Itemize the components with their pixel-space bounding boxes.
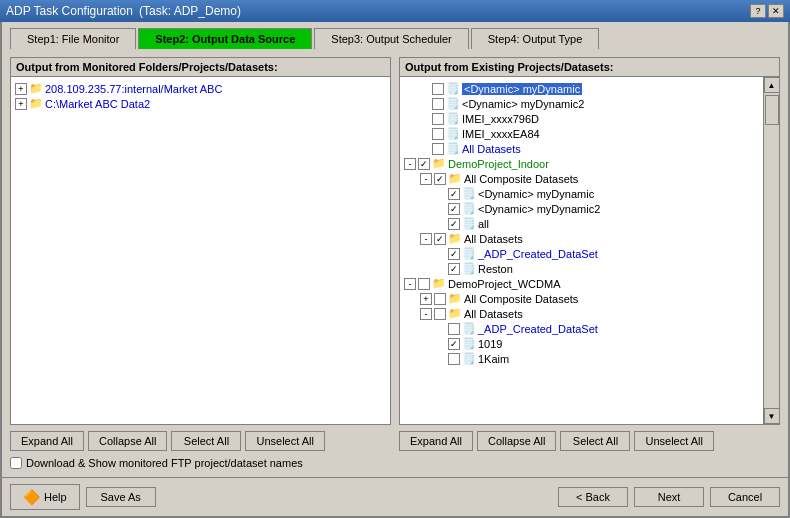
right-expand-all-button[interactable]: Expand All [399,431,473,451]
checkbox[interactable] [418,158,430,170]
save-as-button[interactable]: Save As [86,487,156,507]
checkbox[interactable] [434,308,446,320]
expand-icon[interactable]: - [420,173,432,185]
tab-step2[interactable]: Step2: Output Data Source [138,28,312,49]
task-subtitle: (Task: ADP_Demo) [139,4,241,18]
scroll-thumb[interactable] [765,95,779,125]
bottom-bar: 🔶 Help Save As < Back Next Cancel [2,477,788,516]
right-panel-content[interactable]: 🗒️ <Dynamic> myDynamic 🗒️ <Dynamic> myDy… [400,77,763,424]
right-panel: Output from Existing Projects/Datasets: … [399,57,780,425]
left-collapse-all-button[interactable]: Collapse All [88,431,167,451]
help-title-button[interactable]: ? [750,4,766,18]
list-item[interactable]: - 📁 All Datasets [404,306,759,321]
list-item[interactable]: + 📁 208.109.235.77:internal/Market ABC [15,81,386,96]
checkbox[interactable] [434,293,446,305]
expand-icon[interactable]: + [15,98,27,110]
tab-step1[interactable]: Step1: File Monitor [10,28,136,49]
list-item[interactable]: 🗒️ Reston [404,261,759,276]
list-item[interactable]: 🗒️ all [404,216,759,231]
left-button-row: Expand All Collapse All Select All Unsel… [10,431,391,451]
list-item[interactable]: 🗒️ <Dynamic> myDynamic [404,81,759,96]
scroll-down-button[interactable]: ▼ [764,408,780,424]
item-label: _ADP_Created_DataSet [478,248,598,260]
checkbox[interactable] [434,173,446,185]
folder-icon: 📁 [432,157,446,170]
list-item[interactable]: 🗒️ All Datasets [404,141,759,156]
item-label: 208.109.235.77:internal/Market ABC [45,83,222,95]
content-area: Output from Monitored Folders/Projects/D… [2,49,788,477]
item-label: <Dynamic> myDynamic [478,188,594,200]
item-icon: 🗒️ [462,322,476,335]
scrollbar[interactable]: ▲ ▼ [763,77,779,424]
checkbox[interactable] [432,113,444,125]
ftp-checkbox[interactable] [10,457,22,469]
next-button[interactable]: Next [634,487,704,507]
item-icon: 🗒️ [462,217,476,230]
list-item[interactable]: - 📁 DemoProject_Indoor [404,156,759,171]
list-item[interactable]: - 📁 DemoProject_WCDMA [404,276,759,291]
checkbox[interactable] [432,128,444,140]
help-button[interactable]: 🔶 Help [10,484,80,510]
item-icon: 🗒️ [462,202,476,215]
checkbox[interactable] [448,203,460,215]
checkbox[interactable] [448,188,460,200]
tab-step4[interactable]: Step4: Output Type [471,28,600,49]
checkbox[interactable] [432,98,444,110]
checkbox[interactable] [448,248,460,260]
list-item[interactable]: 🗒️ IMEI_xxxxEA84 [404,126,759,141]
right-collapse-all-button[interactable]: Collapse All [477,431,556,451]
list-item[interactable]: 🗒️ _ADP_Created_DataSet [404,321,759,336]
expand-icon[interactable]: - [420,308,432,320]
folder-icon: 📁 [448,292,462,305]
list-item[interactable]: - 📁 All Datasets [404,231,759,246]
item-label: All Datasets [464,233,523,245]
list-item[interactable]: 🗒️ <Dynamic> myDynamic [404,186,759,201]
scroll-up-button[interactable]: ▲ [764,77,780,93]
checkbox[interactable] [432,83,444,95]
checkbox[interactable] [448,218,460,230]
tab-step3[interactable]: Step3: Output Scheduler [314,28,468,49]
left-unselect-all-button[interactable]: Unselect All [245,431,324,451]
cancel-button[interactable]: Cancel [710,487,780,507]
checkbox[interactable] [448,338,460,350]
ftp-checkbox-label: Download & Show monitored FTP project/da… [26,457,303,469]
item-label: <Dynamic> myDynamic2 [478,203,600,215]
item-label: All Composite Datasets [464,173,578,185]
expand-icon[interactable]: - [420,233,432,245]
item-label: 1Kaim [478,353,509,365]
item-icon: 🗒️ [462,337,476,350]
checkbox[interactable] [432,143,444,155]
list-item[interactable]: - 📁 All Composite Datasets [404,171,759,186]
panels-row: Output from Monitored Folders/Projects/D… [10,57,780,425]
list-item[interactable]: 🗒️ 1Kaim [404,351,759,366]
checkbox[interactable] [418,278,430,290]
expand-icon[interactable]: - [404,158,416,170]
item-icon: 🗒️ [462,187,476,200]
right-button-row: Expand All Collapse All Select All Unsel… [399,431,780,451]
right-unselect-all-button[interactable]: Unselect All [634,431,713,451]
list-item[interactable]: 🗒️ _ADP_Created_DataSet [404,246,759,261]
list-item[interactable]: 🗒️ <Dynamic> myDynamic2 [404,96,759,111]
tab-bar: Step1: File Monitor Step2: Output Data S… [2,22,788,49]
back-button[interactable]: < Back [558,487,628,507]
list-item[interactable]: 🗒️ IMEI_xxxx796D [404,111,759,126]
item-icon: 🗒️ [446,97,460,110]
list-item[interactable]: 🗒️ <Dynamic> myDynamic2 [404,201,759,216]
checkbox[interactable] [448,263,460,275]
right-select-all-button[interactable]: Select All [560,431,630,451]
list-item[interactable]: 🗒️ 1019 [404,336,759,351]
checkbox[interactable] [448,353,460,365]
checkbox[interactable] [434,233,446,245]
close-title-button[interactable]: ✕ [768,4,784,18]
expand-icon[interactable]: - [404,278,416,290]
checkbox-row: Download & Show monitored FTP project/da… [10,457,780,469]
left-expand-all-button[interactable]: Expand All [10,431,84,451]
list-item[interactable]: + 📁 C:\Market ABC Data2 [15,96,386,111]
left-select-all-button[interactable]: Select All [171,431,241,451]
expand-icon[interactable]: + [15,83,27,95]
item-icon: 🗒️ [446,112,460,125]
item-label: IMEI_xxxxEA84 [462,128,540,140]
list-item[interactable]: + 📁 All Composite Datasets [404,291,759,306]
expand-icon[interactable]: + [420,293,432,305]
checkbox[interactable] [448,323,460,335]
